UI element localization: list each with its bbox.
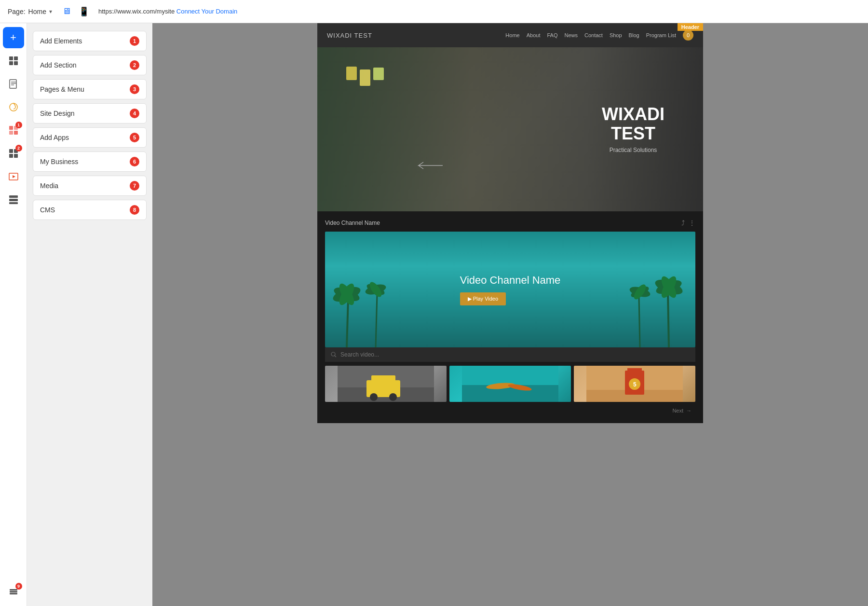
search-bar	[325, 347, 695, 362]
add-apps-button[interactable]: Add Apps 5	[33, 127, 147, 148]
site-preview: WIXADI TEST Home About FAQ News Contact …	[317, 23, 703, 606]
icon-sidebar: + 1 2 9	[0, 23, 27, 606]
nav-program[interactable]: Program List	[646, 32, 676, 38]
svg-point-49	[370, 393, 378, 401]
thumbnail-beach[interactable]: 5	[574, 366, 695, 402]
svg-point-50	[389, 393, 397, 401]
pages-menu-button[interactable]: Pages & Menu 3	[33, 79, 147, 99]
video-section-header: Video Channel Name ⤴ ⋮	[325, 219, 695, 227]
thumbnail-taxi[interactable]	[325, 366, 447, 402]
nav-news[interactable]: News	[564, 32, 578, 38]
svg-rect-1	[14, 56, 18, 60]
video-thumbnails: 5	[325, 362, 695, 406]
svg-rect-24	[10, 593, 17, 594]
svg-rect-3	[14, 61, 18, 65]
svg-rect-22	[10, 589, 17, 591]
sticky-notes	[346, 67, 384, 86]
thumbnail-kayak[interactable]	[449, 366, 571, 402]
top-bar: Page: Home ▾ 🖥 📱 https://www.wix.com/mys…	[0, 0, 868, 23]
add-section-button[interactable]: Add Section 2	[33, 55, 147, 75]
palm-right-icon	[652, 251, 686, 347]
cms-button[interactable]: CMS 8	[33, 200, 147, 220]
page-selector[interactable]: Page: Home ▾	[8, 8, 52, 15]
sidebar-elements-icon[interactable]	[3, 50, 24, 71]
palm-left-icon	[330, 261, 364, 347]
video-overlay-content: Video Channel Name ▶ Play Video	[460, 274, 561, 305]
main-layout: + 1 2 9 Add Element	[0, 23, 868, 606]
svg-rect-19	[9, 195, 18, 198]
svg-rect-58	[627, 368, 642, 373]
site-nav: Home About FAQ News Contact Shop Blog Pr…	[505, 30, 693, 41]
hero-subtitle: Practical Solutions	[602, 147, 665, 154]
sticky-note-1	[346, 67, 357, 80]
nav-home[interactable]: Home	[505, 32, 519, 38]
my-business-button[interactable]: My Business 6	[33, 152, 147, 172]
video-player[interactable]: Video Channel Name ▶ Play Video	[325, 232, 695, 347]
sidebar-layers-icon[interactable]: 9	[3, 581, 24, 602]
sidebar-design-icon[interactable]	[3, 96, 24, 118]
page-name: Home	[28, 8, 46, 15]
video-search-input[interactable]	[340, 351, 690, 358]
svg-rect-2	[9, 61, 13, 65]
panel: Add Elements 1 Add Section 2 Pages & Men…	[27, 23, 152, 606]
svg-rect-9	[9, 126, 13, 130]
nav-blog[interactable]: Blog	[629, 32, 639, 38]
svg-point-43	[331, 352, 335, 356]
site-design-button[interactable]: Site Design 4	[33, 103, 147, 124]
arrow-drawing	[414, 158, 452, 173]
site-header: WIXADI TEST Home About FAQ News Contact …	[317, 23, 703, 47]
nav-about[interactable]: About	[527, 32, 541, 38]
next-label[interactable]: Next	[672, 408, 683, 413]
desktop-icon[interactable]: 🖥	[60, 5, 73, 18]
sidebar-media-icon[interactable]	[3, 166, 24, 187]
svg-line-44	[335, 356, 336, 357]
sidebar-cms-icon[interactable]	[3, 189, 24, 210]
header-label: Header	[678, 23, 703, 31]
url-bar: https://www.wix.com/mysite Connect Your …	[98, 8, 860, 15]
svg-line-30	[376, 294, 377, 347]
more-icon[interactable]: ⋮	[689, 219, 695, 227]
media-button[interactable]: Media 7	[33, 176, 147, 196]
nav-faq[interactable]: FAQ	[547, 32, 557, 38]
business-badge: 2	[15, 145, 22, 152]
svg-rect-4	[10, 80, 16, 88]
canvas-area: WIXADI TEST Home About FAQ News Contact …	[152, 23, 868, 606]
nav-contact[interactable]: Contact	[584, 32, 603, 38]
chevron-down-icon: ▾	[49, 8, 52, 15]
search-icon	[331, 352, 337, 358]
svg-rect-52	[462, 385, 558, 402]
sidebar-add-button[interactable]: +	[3, 27, 24, 48]
svg-line-39	[639, 297, 640, 347]
next-arrow-icon: →	[686, 408, 692, 413]
svg-rect-11	[9, 131, 13, 135]
sidebar-apps-icon[interactable]: 1	[3, 120, 24, 141]
video-channel-name: Video Channel Name	[325, 220, 380, 226]
sidebar-pages-icon[interactable]	[3, 73, 24, 95]
svg-rect-21	[9, 202, 18, 204]
svg-rect-23	[10, 591, 17, 592]
add-elements-button[interactable]: Add Elements 1	[33, 31, 147, 51]
connect-domain-link[interactable]: Connect Your Domain	[176, 8, 237, 15]
svg-point-8	[10, 103, 17, 111]
svg-rect-0	[9, 56, 13, 60]
svg-rect-15	[9, 154, 13, 158]
sidebar-business-icon[interactable]: 2	[3, 143, 24, 164]
page-label: Page:	[8, 8, 26, 15]
play-video-button[interactable]: ▶ Play Video	[460, 292, 506, 305]
svg-rect-16	[14, 154, 18, 158]
cart-icon[interactable]: 0	[683, 30, 693, 41]
svg-text:5: 5	[633, 381, 637, 388]
svg-rect-48	[371, 375, 395, 385]
hero-text: WIXADITEST Practical Solutions	[602, 105, 665, 153]
mobile-icon[interactable]: 📱	[77, 5, 91, 18]
hero-title: WIXADITEST	[602, 105, 665, 143]
palm-center-left-icon	[364, 251, 388, 347]
sticky-note-2	[360, 69, 370, 86]
video-overlay-title: Video Channel Name	[460, 274, 561, 287]
svg-rect-13	[9, 149, 13, 153]
hero-section: WIXADITEST Practical Solutions	[317, 47, 703, 211]
layers-badge: 9	[15, 583, 22, 590]
share-icon[interactable]: ⤴	[681, 219, 685, 227]
nav-shop[interactable]: Shop	[610, 32, 622, 38]
svg-marker-18	[13, 175, 15, 178]
